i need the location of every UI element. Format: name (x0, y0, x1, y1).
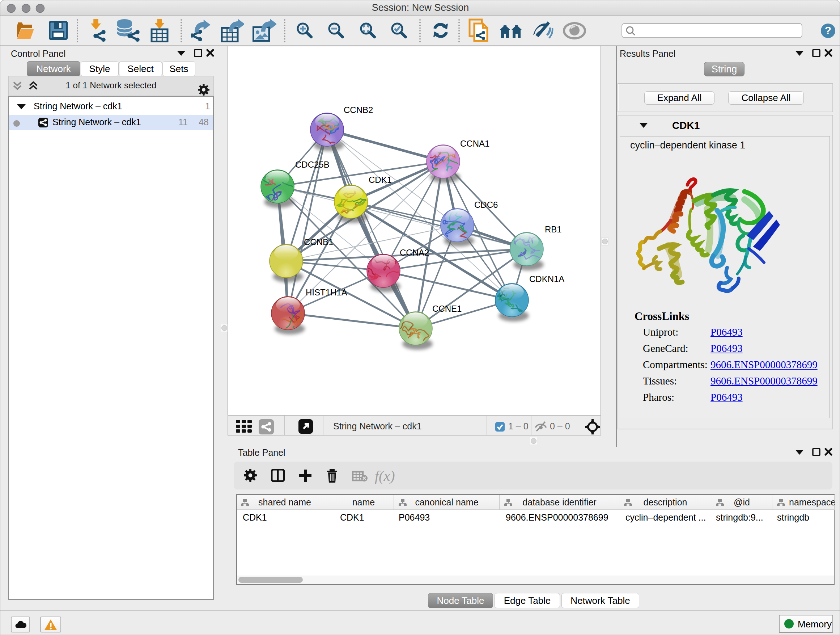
svg-text:CCNA1: CCNA1 (460, 139, 489, 149)
svg-text:CCNB2: CCNB2 (344, 105, 373, 115)
svg-text:CCNA2: CCNA2 (400, 248, 429, 257)
svg-text:CDKN1A: CDKN1A (529, 274, 564, 284)
svg-text:?: ? (825, 24, 831, 36)
svg-text:RB1: RB1 (545, 225, 562, 234)
svg-text:CCNB1: CCNB1 (304, 237, 333, 247)
svg-text:HIST1H1A: HIST1H1A (306, 287, 347, 297)
svg-text:CDC25B: CDC25B (295, 160, 330, 169)
svg-text:CDK1: CDK1 (369, 175, 392, 185)
svg-text:CDC6: CDC6 (474, 200, 498, 210)
svg-text:CCNE1: CCNE1 (432, 304, 462, 314)
